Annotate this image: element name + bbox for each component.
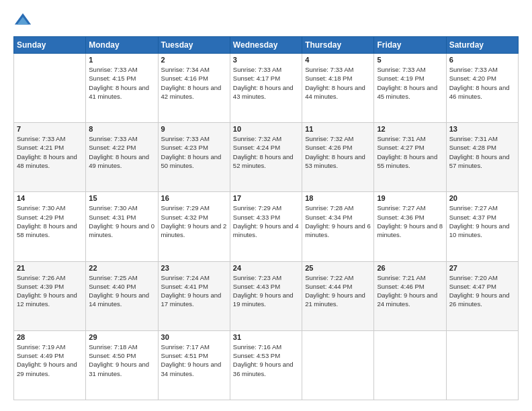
day-info: Sunrise: 7:33 AM Sunset: 4:15 PM Dayligh…	[89, 65, 154, 101]
day-number: 22	[89, 264, 154, 272]
weekday-header-monday: Monday	[86, 37, 158, 54]
day-info: Sunrise: 7:26 AM Sunset: 4:39 PM Dayligh…	[17, 273, 83, 309]
day-number: 8	[89, 125, 154, 133]
day-number: 29	[89, 333, 154, 341]
day-number: 7	[17, 125, 83, 133]
day-info: Sunrise: 7:29 AM Sunset: 4:33 PM Dayligh…	[233, 203, 299, 239]
day-cell: 17Sunrise: 7:29 AM Sunset: 4:33 PM Dayli…	[230, 192, 302, 261]
calendar-table: SundayMondayTuesdayWednesdayThursdayFrid…	[13, 36, 519, 400]
page: SundayMondayTuesdayWednesdayThursdayFrid…	[0, 0, 532, 411]
day-info: Sunrise: 7:30 AM Sunset: 4:29 PM Dayligh…	[17, 203, 83, 239]
day-cell: 31Sunrise: 7:16 AM Sunset: 4:53 PM Dayli…	[230, 330, 302, 400]
day-number: 2	[161, 56, 227, 64]
day-cell	[302, 330, 374, 400]
day-info: Sunrise: 7:33 AM Sunset: 4:18 PM Dayligh…	[305, 65, 371, 101]
day-number: 21	[17, 264, 83, 272]
day-info: Sunrise: 7:31 AM Sunset: 4:27 PM Dayligh…	[377, 134, 443, 170]
day-info: Sunrise: 7:27 AM Sunset: 4:36 PM Dayligh…	[377, 203, 443, 239]
day-cell: 3Sunrise: 7:33 AM Sunset: 4:17 PM Daylig…	[230, 54, 302, 123]
day-info: Sunrise: 7:16 AM Sunset: 4:53 PM Dayligh…	[233, 342, 299, 378]
day-number: 31	[233, 333, 299, 341]
day-cell: 22Sunrise: 7:25 AM Sunset: 4:40 PM Dayli…	[86, 261, 158, 330]
day-info: Sunrise: 7:21 AM Sunset: 4:46 PM Dayligh…	[377, 273, 443, 309]
weekday-header-thursday: Thursday	[302, 37, 374, 54]
day-info: Sunrise: 7:20 AM Sunset: 4:47 PM Dayligh…	[449, 273, 515, 309]
day-number: 6	[449, 56, 515, 64]
day-cell: 6Sunrise: 7:33 AM Sunset: 4:20 PM Daylig…	[446, 54, 518, 123]
day-cell: 20Sunrise: 7:27 AM Sunset: 4:37 PM Dayli…	[446, 192, 518, 261]
day-number: 17	[233, 194, 299, 202]
day-cell: 28Sunrise: 7:19 AM Sunset: 4:49 PM Dayli…	[14, 330, 86, 400]
day-number: 26	[377, 264, 443, 272]
weekday-header-sunday: Sunday	[14, 37, 86, 54]
week-row-2: 7Sunrise: 7:33 AM Sunset: 4:21 PM Daylig…	[14, 123, 519, 192]
day-info: Sunrise: 7:23 AM Sunset: 4:43 PM Dayligh…	[233, 273, 299, 309]
day-cell: 21Sunrise: 7:26 AM Sunset: 4:39 PM Dayli…	[14, 261, 86, 330]
week-row-3: 14Sunrise: 7:30 AM Sunset: 4:29 PM Dayli…	[14, 192, 519, 261]
day-number: 3	[233, 56, 299, 64]
logo	[13, 11, 35, 30]
day-number: 19	[377, 194, 443, 202]
day-number: 30	[161, 333, 227, 341]
day-info: Sunrise: 7:33 AM Sunset: 4:17 PM Dayligh…	[233, 65, 299, 101]
day-number: 11	[305, 125, 371, 133]
week-row-5: 28Sunrise: 7:19 AM Sunset: 4:49 PM Dayli…	[14, 330, 519, 400]
week-row-4: 21Sunrise: 7:26 AM Sunset: 4:39 PM Dayli…	[14, 261, 519, 330]
day-info: Sunrise: 7:17 AM Sunset: 4:51 PM Dayligh…	[161, 342, 227, 378]
day-number: 15	[89, 194, 154, 202]
day-cell: 10Sunrise: 7:32 AM Sunset: 4:24 PM Dayli…	[230, 123, 302, 192]
day-cell: 30Sunrise: 7:17 AM Sunset: 4:51 PM Dayli…	[158, 330, 230, 400]
day-number: 18	[305, 194, 371, 202]
day-number: 14	[17, 194, 83, 202]
day-info: Sunrise: 7:22 AM Sunset: 4:44 PM Dayligh…	[305, 273, 371, 309]
day-info: Sunrise: 7:33 AM Sunset: 4:23 PM Dayligh…	[161, 134, 227, 170]
weekday-header-friday: Friday	[374, 37, 446, 54]
day-number: 1	[89, 56, 154, 64]
day-cell	[14, 54, 86, 123]
day-cell: 7Sunrise: 7:33 AM Sunset: 4:21 PM Daylig…	[14, 123, 86, 192]
logo-icon	[13, 11, 32, 30]
weekday-header-wednesday: Wednesday	[230, 37, 302, 54]
day-cell: 15Sunrise: 7:30 AM Sunset: 4:31 PM Dayli…	[86, 192, 158, 261]
weekday-header-row: SundayMondayTuesdayWednesdayThursdayFrid…	[14, 37, 519, 54]
day-cell: 19Sunrise: 7:27 AM Sunset: 4:36 PM Dayli…	[374, 192, 446, 261]
day-cell: 16Sunrise: 7:29 AM Sunset: 4:32 PM Dayli…	[158, 192, 230, 261]
week-row-1: 1Sunrise: 7:33 AM Sunset: 4:15 PM Daylig…	[14, 54, 519, 123]
day-cell: 27Sunrise: 7:20 AM Sunset: 4:47 PM Dayli…	[446, 261, 518, 330]
day-number: 10	[233, 125, 299, 133]
day-info: Sunrise: 7:19 AM Sunset: 4:49 PM Dayligh…	[17, 342, 83, 378]
day-number: 20	[449, 194, 515, 202]
day-cell	[446, 330, 518, 400]
day-number: 28	[17, 333, 83, 341]
day-cell: 8Sunrise: 7:33 AM Sunset: 4:22 PM Daylig…	[86, 123, 158, 192]
day-cell: 13Sunrise: 7:31 AM Sunset: 4:28 PM Dayli…	[446, 123, 518, 192]
day-number: 13	[449, 125, 515, 133]
day-cell: 9Sunrise: 7:33 AM Sunset: 4:23 PM Daylig…	[158, 123, 230, 192]
day-cell: 11Sunrise: 7:32 AM Sunset: 4:26 PM Dayli…	[302, 123, 374, 192]
header	[13, 11, 519, 30]
day-cell: 2Sunrise: 7:34 AM Sunset: 4:16 PM Daylig…	[158, 54, 230, 123]
day-info: Sunrise: 7:24 AM Sunset: 4:41 PM Dayligh…	[161, 273, 227, 309]
day-info: Sunrise: 7:33 AM Sunset: 4:21 PM Dayligh…	[17, 134, 83, 170]
day-info: Sunrise: 7:33 AM Sunset: 4:19 PM Dayligh…	[377, 65, 443, 101]
day-info: Sunrise: 7:31 AM Sunset: 4:28 PM Dayligh…	[449, 134, 515, 170]
day-info: Sunrise: 7:33 AM Sunset: 4:22 PM Dayligh…	[89, 134, 154, 170]
day-info: Sunrise: 7:18 AM Sunset: 4:50 PM Dayligh…	[89, 342, 154, 378]
day-number: 4	[305, 56, 371, 64]
day-number: 24	[233, 264, 299, 272]
day-cell: 24Sunrise: 7:23 AM Sunset: 4:43 PM Dayli…	[230, 261, 302, 330]
weekday-header-saturday: Saturday	[446, 37, 518, 54]
day-cell: 1Sunrise: 7:33 AM Sunset: 4:15 PM Daylig…	[86, 54, 158, 123]
day-cell: 23Sunrise: 7:24 AM Sunset: 4:41 PM Dayli…	[158, 261, 230, 330]
day-cell: 29Sunrise: 7:18 AM Sunset: 4:50 PM Dayli…	[86, 330, 158, 400]
day-cell: 26Sunrise: 7:21 AM Sunset: 4:46 PM Dayli…	[374, 261, 446, 330]
day-number: 5	[377, 56, 443, 64]
day-info: Sunrise: 7:34 AM Sunset: 4:16 PM Dayligh…	[161, 65, 227, 101]
day-cell: 4Sunrise: 7:33 AM Sunset: 4:18 PM Daylig…	[302, 54, 374, 123]
day-info: Sunrise: 7:32 AM Sunset: 4:24 PM Dayligh…	[233, 134, 299, 170]
day-number: 9	[161, 125, 227, 133]
day-number: 12	[377, 125, 443, 133]
day-cell: 18Sunrise: 7:28 AM Sunset: 4:34 PM Dayli…	[302, 192, 374, 261]
day-number: 16	[161, 194, 227, 202]
day-info: Sunrise: 7:32 AM Sunset: 4:26 PM Dayligh…	[305, 134, 371, 170]
